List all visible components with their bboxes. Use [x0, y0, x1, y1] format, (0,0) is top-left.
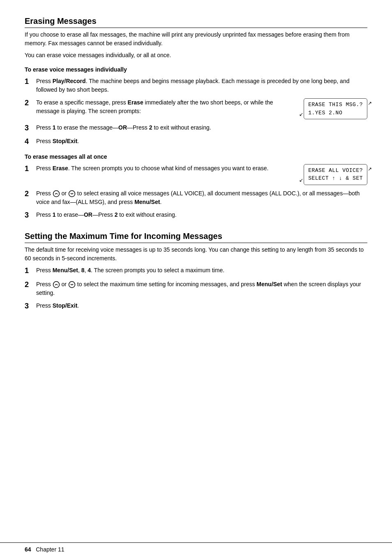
- lcd-line2: 1.YES 2.NO: [308, 109, 363, 117]
- step-number: 2: [25, 189, 36, 199]
- step-3-1: 1 Press Menu/Set, 8, 4. The screen promp…: [25, 266, 367, 276]
- step-3-3: 3 Press Stop/Exit.: [25, 301, 367, 311]
- step-number: 1: [25, 266, 36, 276]
- section1-intro1: If you choose to erase all fax messages,…: [25, 30, 367, 48]
- step-content: Press Menu/Set, 8, 4. The screen prompts…: [36, 266, 367, 275]
- circle-up-icon2: [53, 281, 60, 288]
- step-1-2: 2 To erase a specific message, press Era…: [25, 98, 367, 119]
- lcd-box-1: ERASE THIS MSG.? 1.YES 2.NO: [304, 98, 367, 119]
- circle-down-icon: [68, 190, 76, 197]
- section2-intro: The default time for receiving voice mes…: [25, 246, 367, 263]
- lcd-display-1: ERASE THIS MSG.? 1.YES 2.NO: [304, 98, 367, 119]
- lcd-box-2: ERASE ALL VOICE? SELECT ↑ ↓ & SET: [304, 164, 367, 185]
- step-content: Press Stop/Exit.: [36, 137, 367, 146]
- subsection2-steps: 1 Press Erase. The screen prompts you to…: [25, 164, 367, 220]
- step-2-3: 3 Press 1 to erase—OR—Press 2 to exit wi…: [25, 211, 367, 220]
- step-content: Press or to select erasing all voice mes…: [36, 189, 367, 206]
- bold-stopexit: Stop/Exit: [53, 138, 78, 144]
- step-text: Press Erase. The screen prompts you to c…: [36, 164, 295, 173]
- step-content: Press 1 to erase the message—OR—Press 2 …: [36, 123, 367, 132]
- step-content: To erase a specific message, press Erase…: [36, 98, 367, 119]
- bold-erase: Erase: [128, 99, 143, 106]
- step-content: Press Stop/Exit.: [36, 301, 367, 310]
- step-number: 3: [25, 123, 36, 133]
- section1-title: Erasing Messages: [25, 16, 367, 28]
- step-number: 2: [25, 280, 36, 290]
- bold-menuset2: Menu/Set: [256, 281, 282, 287]
- step-content: Press or to select the maximum time sett…: [36, 280, 367, 297]
- step-number: 4: [25, 137, 36, 146]
- bold-erase: Erase: [53, 165, 68, 171]
- step-text: To erase a specific message, press Erase…: [36, 98, 295, 116]
- step-1-4: 4 Press Stop/Exit.: [25, 137, 367, 146]
- circle-down-icon2: [68, 281, 76, 288]
- step-1-3: 3 Press 1 to erase the message—OR—Press …: [25, 123, 367, 133]
- step-1-1: 1 Press Play/Record. The machine beeps a…: [25, 77, 367, 94]
- lcd-line1: ERASE THIS MSG.?: [308, 101, 363, 109]
- bold-stopexit2: Stop/Exit: [53, 302, 78, 309]
- step-number: 2: [25, 98, 36, 108]
- footer-page: 64 Chapter 11: [25, 546, 65, 553]
- bold-menuset: Menu/Set: [53, 267, 78, 273]
- circle-up-icon: [53, 190, 60, 197]
- subsection2-heading: To erase messages all at once: [25, 153, 367, 160]
- step-number: 3: [25, 301, 36, 311]
- step-3-2: 2 Press or to select the maximum time se…: [25, 280, 367, 297]
- step-content: Press Erase. The screen prompts you to c…: [36, 164, 367, 185]
- step-number: 3: [25, 211, 36, 220]
- bold-text: Play/Record: [53, 78, 86, 84]
- step-number: 1: [25, 164, 36, 174]
- step-content: Press Play/Record. The machine beeps and…: [36, 77, 367, 94]
- section2-title: Setting the Maximum Time for Incoming Me…: [25, 232, 367, 243]
- subsection1-steps: 1 Press Play/Record. The machine beeps a…: [25, 77, 367, 147]
- subsection1-heading: To erase voice messages individually: [25, 66, 367, 73]
- section1-intro2: You can erase voice messages individuall…: [25, 51, 367, 60]
- lcd-line1: ERASE ALL VOICE?: [308, 167, 363, 175]
- footer: 64 Chapter 11: [0, 542, 392, 556]
- step-content: Press 1 to erase—OR—Press 2 to exit with…: [36, 211, 367, 219]
- step-2-2: 2 Press or to select erasing all voice m…: [25, 189, 367, 206]
- step-number: 1: [25, 77, 36, 86]
- section2-steps: 1 Press Menu/Set, 8, 4. The screen promp…: [25, 266, 367, 311]
- lcd-display-2: ERASE ALL VOICE? SELECT ↑ ↓ & SET: [304, 164, 367, 185]
- lcd-line2: SELECT ↑ ↓ & SET: [308, 174, 363, 183]
- step-2-1: 1 Press Erase. The screen prompts you to…: [25, 164, 367, 185]
- bold-menuset: Menu/Set: [134, 199, 160, 205]
